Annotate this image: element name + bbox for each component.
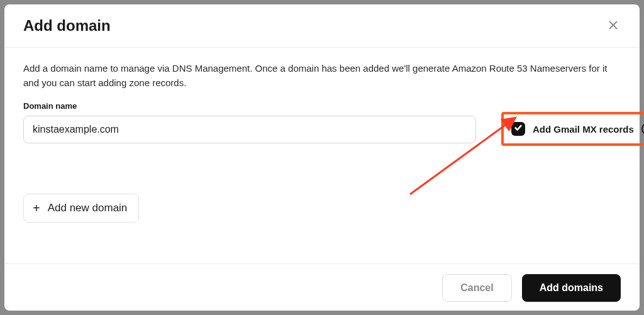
remove-row-button[interactable] [641, 123, 644, 135]
modal-header: Add domain [4, 4, 640, 48]
add-new-domain-button[interactable]: + Add new domain [23, 194, 139, 223]
gmail-mx-checkbox[interactable] [511, 122, 525, 136]
gmail-mx-highlight: Add Gmail MX records [501, 112, 644, 146]
modal-description: Add a domain name to manage via DNS Mana… [23, 62, 614, 90]
cancel-button[interactable]: Cancel [442, 274, 511, 302]
gmail-mx-label: Add Gmail MX records [533, 124, 634, 135]
domain-name-label: Domain name [23, 101, 621, 111]
modal-footer: Cancel Add domains [4, 263, 640, 311]
close-button[interactable] [606, 18, 621, 33]
add-new-domain-label: Add new domain [48, 202, 128, 214]
domain-name-input[interactable] [23, 116, 476, 143]
modal-body: Add a domain name to manage via DNS Mana… [4, 48, 640, 263]
check-icon [514, 123, 523, 135]
domain-row: Add Gmail MX records [23, 116, 621, 143]
close-icon [608, 20, 618, 32]
plus-icon: + [33, 202, 40, 214]
add-domains-button[interactable]: Add domains [522, 274, 621, 302]
add-domain-modal: Add domain Add a domain name to manage v… [4, 4, 640, 311]
modal-title: Add domain [23, 17, 111, 35]
